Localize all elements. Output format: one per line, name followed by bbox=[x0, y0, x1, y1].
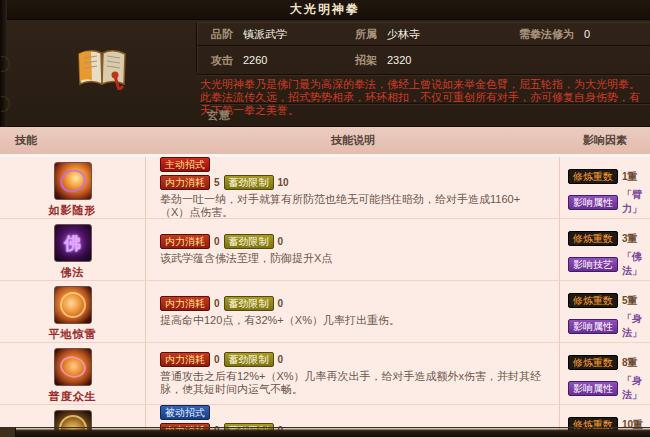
type-badge-line: 被动招式 bbox=[160, 405, 549, 420]
table-row: 平地惊雷 内力消耗 0 蓄劲限制 0 提高命中120点，有32%+（X%）几率打… bbox=[0, 281, 650, 343]
skill-cell: 平地惊雷 bbox=[0, 281, 146, 342]
stats-row-2: 攻击2260 招架2320 bbox=[197, 48, 650, 72]
cost-badge-line: 内力消耗 0 蓄劲限制 0 bbox=[160, 352, 549, 367]
influence-line: 影响属性 「身法」 bbox=[568, 374, 650, 402]
influence-badge: 影响属性 bbox=[568, 195, 618, 210]
influence-value: 「佛法」 bbox=[622, 250, 650, 278]
martial-manual-icon bbox=[71, 46, 133, 90]
factors-cell: 修炼重数 1重 影响属性 「臂力」 bbox=[560, 157, 650, 218]
skill-icon bbox=[54, 286, 92, 324]
stat-value: 0 bbox=[584, 28, 590, 40]
stat-label: 需拳法修为 bbox=[519, 28, 574, 40]
icon-glyph bbox=[55, 287, 91, 323]
charge-limit-value: 10 bbox=[278, 177, 289, 188]
factors-cell: 修炼重数 3重 影响技艺 「佛法」 bbox=[560, 219, 650, 280]
stat-school: 所属少林寺 bbox=[355, 27, 420, 42]
cost-badge-line: 内力消耗 0 蓄劲限制 0 bbox=[160, 234, 549, 249]
cost-badge-line: 内力消耗 5 蓄劲限制 10 bbox=[160, 175, 549, 190]
influence-value: 「身法」 bbox=[622, 374, 650, 402]
stats-row-1: 品阶镇派武学 所属少林寺 需拳法修为0 bbox=[197, 22, 650, 46]
stat-parry: 招架2320 bbox=[355, 53, 411, 68]
section-label[interactable]: 玄慧 bbox=[207, 108, 231, 123]
stat-label: 所属 bbox=[355, 28, 377, 40]
section-band: 玄慧 bbox=[200, 103, 650, 127]
inner-force-cost-badge: 内力消耗 bbox=[160, 352, 210, 367]
skill-name: 普度众生 bbox=[49, 389, 97, 404]
stats-grid: 品阶镇派武学 所属少林寺 需拳法修为0 攻击2260 招架2320 bbox=[197, 20, 650, 76]
header-description: 技能说明 bbox=[146, 127, 560, 154]
description-cell: 内力消耗 0 蓄劲限制 0 该武学蕴含佛法至理，防御提升X点 bbox=[146, 219, 560, 280]
stat-label: 招架 bbox=[355, 54, 377, 66]
skill-name: 佛法 bbox=[61, 265, 85, 280]
cultivation-layer-value: 5重 bbox=[622, 294, 638, 308]
icon-glyph bbox=[55, 163, 91, 199]
bottom-corner-ornament bbox=[0, 428, 16, 437]
skill-icon: 佛 bbox=[54, 224, 92, 262]
page-title: 大光明神拳 bbox=[290, 1, 360, 18]
cost-badge-line: 内力消耗 0 蓄劲限制 0 bbox=[160, 296, 549, 311]
skill-database-page: 大光明神拳 品阶镇派武学 bbox=[0, 0, 650, 437]
stat-value: 少林寺 bbox=[387, 28, 420, 40]
factors-cell: 修炼重数 5重 影响属性 「身法」 bbox=[560, 281, 650, 342]
influence-line: 影响技艺 「佛法」 bbox=[568, 250, 650, 278]
charge-limit-value: 0 bbox=[278, 354, 284, 365]
skill-header-panel: 大光明神拳 品阶镇派武学 bbox=[0, 0, 650, 127]
influence-value: 「臂力」 bbox=[622, 188, 650, 216]
skill-description: 普通攻击之后有12%+（X%）几率再次出手，给对手造成额外x伤害，并封其经脉，使… bbox=[160, 370, 549, 396]
cultivation-line: 修炼重数 5重 bbox=[568, 293, 650, 308]
cultivation-layer-badge: 修炼重数 bbox=[568, 231, 618, 246]
header-factors: 影响因素 bbox=[560, 127, 650, 154]
skill-cell: 如影随形 bbox=[0, 157, 146, 218]
icon-glyph: 佛 bbox=[55, 225, 91, 261]
skill-icon bbox=[54, 162, 92, 200]
description-cell: 主动招式 内力消耗 5 蓄劲限制 10 拳劲一吐一纳，对手就算有所防范也绝无可能… bbox=[146, 157, 560, 218]
skill-description: 拳劲一吐一纳，对手就算有所防范也绝无可能挡住暗劲，给对手造成1160+（X）点伤… bbox=[160, 193, 549, 219]
table-row: 如影随形 主动招式 内力消耗 5 蓄劲限制 10 拳劲一吐一纳，对手就算有所防范… bbox=[0, 157, 650, 219]
cultivation-line: 修炼重数 1重 bbox=[568, 169, 650, 184]
stats-bottom-divider bbox=[197, 74, 650, 75]
factors-cell: 修炼重数 8重 影响属性 「身法」 bbox=[560, 343, 650, 404]
skill-icon bbox=[54, 348, 92, 386]
charge-limit-badge: 蓄劲限制 bbox=[224, 296, 274, 311]
cultivation-layer-value: 3重 bbox=[622, 232, 638, 246]
header-skill: 技能 bbox=[0, 127, 146, 154]
charge-limit-badge: 蓄劲限制 bbox=[224, 175, 274, 190]
table-header: 技能 技能说明 影响因素 bbox=[0, 127, 650, 157]
cultivation-layer-badge: 修炼重数 bbox=[568, 355, 618, 370]
stat-requirement: 需拳法修为0 bbox=[519, 27, 590, 42]
inner-force-cost-value: 0 bbox=[214, 236, 220, 247]
inner-force-cost-badge: 内力消耗 bbox=[160, 296, 210, 311]
book-zone bbox=[7, 40, 196, 96]
stat-value: 2320 bbox=[387, 54, 411, 66]
stat-label: 品阶 bbox=[211, 28, 233, 40]
cultivation-layer-badge: 修炼重数 bbox=[568, 169, 618, 184]
skill-type-badge: 主动招式 bbox=[160, 157, 210, 172]
stat-grade: 品阶镇派武学 bbox=[211, 27, 287, 42]
influence-badge: 影响属性 bbox=[568, 319, 618, 334]
cultivation-layer-badge: 修炼重数 bbox=[568, 293, 618, 308]
stat-label: 攻击 bbox=[211, 54, 233, 66]
skill-cell: 普度众生 bbox=[0, 343, 146, 404]
inner-force-cost-badge: 内力消耗 bbox=[160, 175, 210, 190]
influence-badge: 影响技艺 bbox=[568, 257, 618, 272]
stat-attack: 攻击2260 bbox=[211, 53, 267, 68]
cultivation-layer-value: 1重 bbox=[622, 170, 638, 184]
cultivation-line: 修炼重数 3重 bbox=[568, 231, 650, 246]
stat-value: 2260 bbox=[243, 54, 267, 66]
cultivation-layer-value: 8重 bbox=[622, 356, 638, 370]
icon-glyph bbox=[55, 349, 91, 385]
skill-name: 平地惊雷 bbox=[49, 327, 97, 342]
inner-force-cost-badge: 内力消耗 bbox=[160, 234, 210, 249]
inner-force-cost-value: 0 bbox=[214, 298, 220, 309]
table-row: 普度众生 内力消耗 0 蓄劲限制 0 普通攻击之后有12%+（X%）几率再次出手… bbox=[0, 343, 650, 405]
influence-line: 影响属性 「身法」 bbox=[568, 312, 650, 340]
skill-type-badge: 被动招式 bbox=[160, 405, 210, 420]
influence-badge: 影响属性 bbox=[568, 381, 618, 396]
stat-value: 镇派武学 bbox=[243, 28, 287, 40]
description-cell: 内力消耗 0 蓄劲限制 0 普通攻击之后有12%+（X%）几率再次出手，给对手造… bbox=[146, 343, 560, 404]
charge-limit-value: 0 bbox=[278, 298, 284, 309]
description-cell: 内力消耗 0 蓄劲限制 0 提高命中120点，有32%+（X%）几率打出重伤。 bbox=[146, 281, 560, 342]
title-bar: 大光明神拳 bbox=[0, 0, 650, 20]
cultivation-line: 修炼重数 8重 bbox=[568, 355, 650, 370]
charge-limit-badge: 蓄劲限制 bbox=[224, 234, 274, 249]
